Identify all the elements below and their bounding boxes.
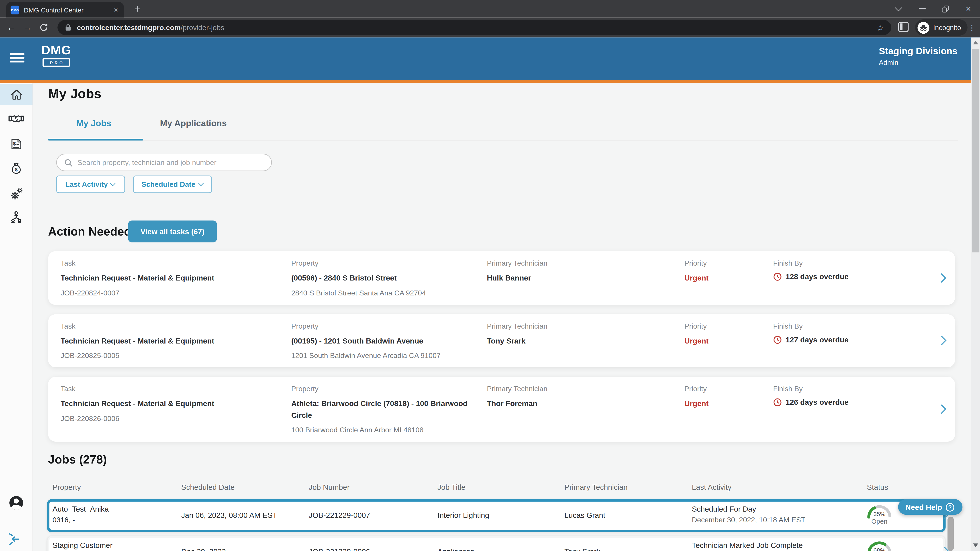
browser-window: DMG DMG Control Center × + × ← → control… [0, 0, 980, 551]
jobs-title: Jobs (278) [48, 453, 107, 467]
row-property: Auto_Test_Anika [52, 505, 109, 513]
overdue-text: 128 days overdue [786, 272, 849, 281]
sidebar-item-logout[interactable] [0, 529, 32, 549]
priority-value: Urgent [684, 272, 762, 284]
filter-scheduled-date[interactable]: Scheduled Date [133, 176, 212, 193]
sidebar-item-home[interactable] [0, 84, 32, 105]
url-host: controlcenter.testdmgpro.com [77, 24, 181, 32]
row-job-number: JOB-221229-0006 [309, 547, 370, 551]
app-header: DMG PRO Staging Divisions Admin [0, 37, 980, 80]
home-icon [9, 87, 24, 102]
hamburger-menu-icon[interactable] [10, 53, 24, 65]
property-name: (00195) - 1201 South Baldwin Avenue [291, 335, 476, 347]
sidebar-item-payments[interactable]: $ [0, 157, 32, 179]
job-number: JOB-220825-0005 [60, 352, 280, 359]
handshake-icon [8, 112, 24, 125]
chevron-right-icon[interactable] [940, 272, 947, 284]
sidebar-item-teams[interactable] [0, 207, 32, 228]
org-info[interactable]: Staging Divisions Admin [879, 46, 958, 66]
row-job-number: JOB-221229-0007 [309, 511, 370, 519]
sidebar-item-engagements[interactable] [0, 108, 32, 129]
view-all-tasks-button[interactable]: View all tasks (67) [128, 221, 217, 243]
priority-value: Urgent [684, 398, 762, 410]
job-row[interactable]: Staging CustomerDivisionsRoutingProdAndS… [47, 535, 945, 551]
minimize-button[interactable] [911, 0, 934, 17]
col-primary-technician: Primary Technician [565, 483, 628, 492]
col-job-title: Job Title [438, 483, 465, 492]
restore-button[interactable] [934, 0, 957, 17]
tab-close-icon[interactable]: × [113, 5, 119, 15]
need-help-button[interactable]: Need Help ? [898, 499, 963, 515]
overdue-text: 126 days overdue [786, 398, 849, 407]
tabs-divider [48, 140, 958, 141]
tab-my-jobs[interactable]: My Jobs [76, 118, 111, 128]
forward-icon[interactable]: → [20, 20, 35, 35]
incognito-badge: Incognito [915, 19, 967, 36]
browser-tab[interactable]: DMG DMG Control Center × [6, 2, 124, 17]
property-address: 1201 South Baldwin Avenue Arcadia CA 910… [291, 352, 476, 359]
lock-icon [65, 24, 71, 32]
close-button[interactable]: × [957, 0, 980, 17]
sidebar-item-invoices[interactable]: $ [0, 133, 32, 154]
search-input[interactable] [78, 159, 264, 166]
browser-menu-icon[interactable]: ⋮ [966, 20, 978, 35]
address-bar[interactable]: controlcenter.testdmgpro.com/provider-jo… [57, 20, 891, 35]
new-tab-button[interactable]: + [130, 2, 145, 17]
scroll-down-icon[interactable] [973, 543, 978, 547]
row-property: Staging Customer [52, 541, 158, 549]
row-job-title: Appliances [438, 547, 474, 551]
task-type: Technician Request - Material & Equipmen… [60, 335, 280, 347]
property-name: (00596) - 2840 S Bristol Street [291, 272, 476, 284]
reload-icon[interactable] [36, 20, 51, 35]
org-name: Staging Divisions [879, 46, 958, 56]
sidebar-nav: $ $ [0, 83, 33, 551]
dmg-pro-logo[interactable]: DMG PRO [41, 44, 71, 67]
col-scheduled-date: Scheduled Date [181, 483, 235, 492]
scroll-up-icon[interactable] [973, 41, 978, 44]
page-scrollbar-thumb[interactable] [948, 517, 954, 551]
svg-text:?: ? [948, 504, 952, 510]
status-gauge: 35% Open [865, 502, 894, 525]
overdue-text: 127 days overdue [786, 335, 849, 344]
side-panel-icon[interactable] [898, 22, 909, 32]
row-technician: Lucas Grant [565, 511, 605, 519]
row-scheduled: Dec 29, 2022 [181, 547, 226, 551]
bookmark-star-icon[interactable]: ☆ [877, 23, 884, 32]
filter-last-activity[interactable]: Last Activity [56, 176, 125, 193]
tab-search-icon[interactable] [888, 0, 911, 17]
job-row-selected[interactable]: Auto_Test_Anika0316, - Jan 06, 2023, 08:… [47, 499, 945, 532]
technician-name: Thor Foreman [487, 398, 673, 410]
job-number: JOB-220826-0006 [60, 415, 280, 422]
incognito-icon [917, 22, 929, 33]
money-bag-icon: $ [10, 161, 23, 175]
sidebar-item-settings[interactable] [0, 183, 32, 204]
col-property: Property [52, 483, 81, 492]
task-type: Technician Request - Material & Equipmen… [60, 272, 280, 284]
row-scheduled: Jan 06, 2023, 08:00 AM EST [181, 511, 277, 519]
tab-favicon-icon: DMG [11, 5, 19, 14]
chevron-right-icon[interactable] [940, 404, 947, 415]
search-box[interactable] [56, 154, 272, 171]
chevron-right-icon[interactable] [940, 335, 947, 346]
sidebar-item-account[interactable] [0, 492, 32, 513]
back-icon[interactable]: ← [4, 20, 19, 35]
browser-scrollbar[interactable] [970, 37, 980, 551]
property-address: 100 Briarwood Circle Ann Arbor MI 48108 [291, 426, 476, 434]
invoice-icon: $ [10, 137, 23, 151]
jobs-table-header: Property Scheduled Date Job Number Job T… [33, 483, 980, 494]
clock-icon [773, 335, 782, 344]
main-content: My Jobs My Jobs My Applications Last Act… [33, 83, 980, 551]
scrollbar-thumb[interactable] [972, 49, 979, 252]
task-card[interactable]: TaskTechnician Request - Material & Equi… [48, 314, 955, 367]
logout-icon [9, 532, 24, 546]
window-controls: × [888, 0, 980, 17]
row-job-title: Interior Lighting [438, 511, 489, 519]
task-card[interactable]: TaskTechnician Request - Material & Equi… [48, 251, 955, 305]
page-title: My Jobs [48, 86, 102, 101]
search-icon [64, 158, 72, 166]
url-path: /provider-jobs [181, 24, 224, 32]
browser-toolbar: ← → controlcenter.testdmgpro.com/provide… [0, 17, 980, 38]
task-card[interactable]: TaskTechnician Request - Material & Equi… [48, 377, 955, 442]
tab-my-applications[interactable]: My Applications [160, 118, 227, 128]
col-status: Status [867, 483, 888, 492]
